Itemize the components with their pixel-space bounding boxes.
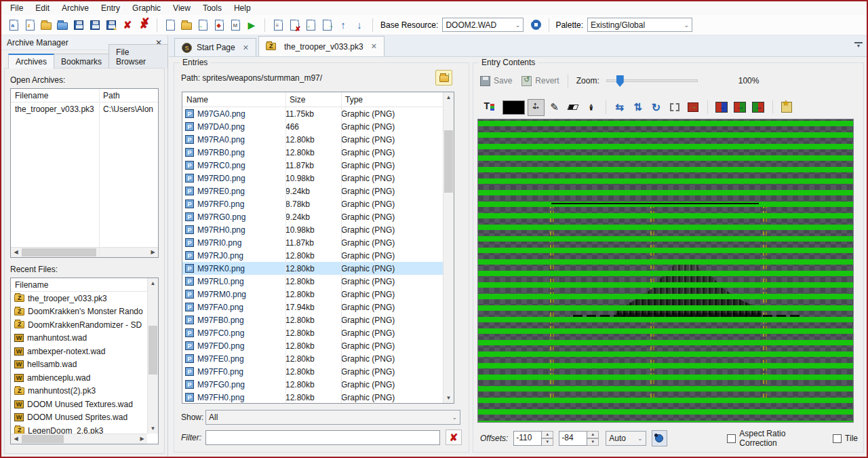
recent-files-list[interactable]: Filename Zthe_trooper_v033.pk3ZDoomKrakk… [10,278,159,444]
zoom-slider-thumb[interactable] [616,75,624,87]
entry-row[interactable]: PM97FH0.png12.80kbGraphic (PNG) [182,391,443,403]
revert-entry-button[interactable]: Revert [521,76,559,86]
delete-entry-button[interactable]: ✘ [286,17,302,33]
save-archive-button[interactable] [71,17,87,33]
save-archive-as-button[interactable] [87,17,103,33]
scroll-down-arrow[interactable]: ▼ [148,423,158,434]
column-type[interactable]: Type [341,95,454,104]
menu-entry[interactable]: Entry [95,2,126,14]
scrollbar-thumb[interactable] [22,248,96,256]
zoom-slider[interactable] [606,79,698,82]
checkbox-box[interactable] [727,434,736,443]
menu-view[interactable]: View [167,2,197,14]
column-filename[interactable]: Filename [11,91,99,100]
entry-row[interactable]: PM97FE0.png12.80kbGraphic (PNG) [182,352,443,365]
export-entry-button[interactable]: → [319,17,335,33]
entry-row[interactable]: PM97RI0.png11.87kbGraphic (PNG) [182,236,443,249]
remap-button[interactable]: → [749,99,766,116]
entry-row[interactable]: PM97FA0.png17.94kbGraphic (PNG) [182,301,443,313]
column-size[interactable]: Size [285,95,341,104]
column-filename[interactable]: Filename [11,280,48,290]
scroll-down-arrow[interactable]: ▼ [443,393,454,403]
import-map-button[interactable]: M [227,17,243,33]
horizontal-scrollbar[interactable]: ◀ ▶ [11,247,158,257]
tab-close-icon[interactable]: ✕ [243,43,249,52]
menu-graphic[interactable]: Graphic [126,2,167,14]
optimize-png-button[interactable] [778,99,795,116]
column-name[interactable]: Name [182,95,285,104]
draw-tool-button[interactable]: ✎ [546,99,563,116]
menu-tools[interactable]: Tools [197,2,228,14]
recent-file-item[interactable]: Zmanhuntost(2).pk3 [11,385,147,398]
tab-file-browser[interactable]: File Browser [108,44,168,69]
recent-file-item[interactable]: Zthe_trooper_v033.pk3 [11,292,147,305]
palette-combobox[interactable]: Existing/Global⌄ [587,18,692,32]
recent-file-item[interactable]: ZDoomKrakken's Monster Rando [11,305,147,319]
entry-row[interactable]: PM97RF0.png8.78kbGraphic (PNG) [182,197,443,210]
spin-down-arrow[interactable]: ▼ [542,438,553,446]
spin-up-arrow[interactable]: ▲ [542,431,553,438]
tab-overflow-icon[interactable]: ▼ [854,42,863,49]
rename-entry-button[interactable]: ≡ [270,17,286,33]
erase-tool-button[interactable] [564,99,581,116]
entry-row[interactable]: PM97RE0.png9.24kbGraphic (PNG) [182,185,443,197]
tab-archives[interactable]: Archives [8,54,54,69]
filter-input[interactable] [205,430,440,445]
vertical-scrollbar[interactable]: ▲ ▼ [147,278,158,434]
scroll-up-arrow[interactable]: ▲ [443,92,454,102]
base-resource-settings-button[interactable] [528,17,544,33]
save-entry-button[interactable]: Save [480,76,512,86]
recent-file-item[interactable]: Whellsamb.wad [11,358,147,372]
set-offsets-button[interactable] [652,430,668,446]
entry-row-selected[interactable]: PM97RK0.png12.80kbGraphic (PNG) [182,262,443,275]
new-archive-button[interactable]: a [5,17,22,33]
graphic-preview-canvas[interactable] [477,119,854,423]
close-all-button[interactable]: ✘✘ [136,17,152,33]
entry-row[interactable]: PM97RG0.png9.24kbGraphic (PNG) [182,210,443,223]
view-as-palette-button[interactable]: T [480,99,497,116]
spin-up-arrow[interactable]: ▲ [587,431,599,438]
offset-y-value[interactable]: -84 [559,431,587,446]
entry-row[interactable]: PM97GA0.png11.75kbGraphic (PNG) [182,107,443,120]
tint-button[interactable]: → [731,99,748,116]
entry-row[interactable]: PM97FD0.png12.80kbGraphic (PNG) [182,339,443,352]
recent-file-item[interactable]: WDOOM Unused Textures.wad [11,398,147,411]
import-entry-button[interactable]: → [302,17,319,33]
run-archive-button[interactable]: ▶ [243,17,260,33]
entry-list[interactable]: Name Size Type PM97GA0.png11.75kbGraphic… [182,92,454,404]
menu-help[interactable]: Help [228,2,257,14]
import-directory-button[interactable]: ◆ [211,17,227,33]
new-zip-archive-button[interactable]: z [22,17,38,33]
scroll-left-arrow[interactable]: ◀ [11,248,21,257]
offset-y-spinner[interactable]: -84 ▲▼ [559,431,599,446]
scroll-right-arrow[interactable]: ▶ [148,248,158,257]
menu-file[interactable]: File [4,2,29,14]
mirror-horizontal-button[interactable]: ⇆ [611,99,628,116]
mirror-vertical-button[interactable]: ⇅ [629,99,646,116]
entry-row[interactable]: PM97RD0.png10.98kbGraphic (PNG) [182,172,443,185]
entry-row[interactable]: PM97RM0.png12.80kbGraphic (PNG) [182,288,443,301]
recent-file-item[interactable]: ZDoomKrakkenRandomizer - SD [11,318,147,332]
show-combobox[interactable]: All⌄ [205,410,460,425]
new-directory-button[interactable] [178,17,195,33]
tab-bookmarks[interactable]: Bookmarks [54,54,109,69]
current-colour-swatch[interactable] [502,100,525,115]
recent-file-item[interactable]: Wambienceplu.wad [11,371,147,385]
scroll-up-arrow[interactable]: ▲ [148,278,158,288]
entry-row[interactable]: PM97FG0.png12.80kbGraphic (PNG) [182,378,443,391]
tab-start-page[interactable]: S Start Page ✕ [174,38,256,56]
offset-type-combobox[interactable]: Auto⌄ [606,431,646,446]
menu-archive[interactable]: Archive [56,2,95,14]
vertical-scrollbar[interactable]: ▲ ▼ [443,92,454,403]
colour-pick-tool-button[interactable]: ✒ [583,99,599,116]
recent-file-item[interactable]: WDOOM Unused Sprites.wad [11,411,147,425]
close-archive-button[interactable]: ✘ [119,17,136,33]
open-directory-button[interactable] [54,17,71,33]
pan-tool-button[interactable]: ↔↕ [528,99,545,116]
tab-archive-document[interactable]: Z the_trooper_v033.pk3 ✕ [258,36,384,56]
scrollbar-thumb[interactable] [22,435,64,443]
translate-button[interactable]: → [684,99,701,116]
tile-checkbox[interactable]: Tile [833,434,858,443]
colourise-button[interactable]: → [713,99,730,116]
scrollbar-thumb[interactable] [149,326,157,375]
